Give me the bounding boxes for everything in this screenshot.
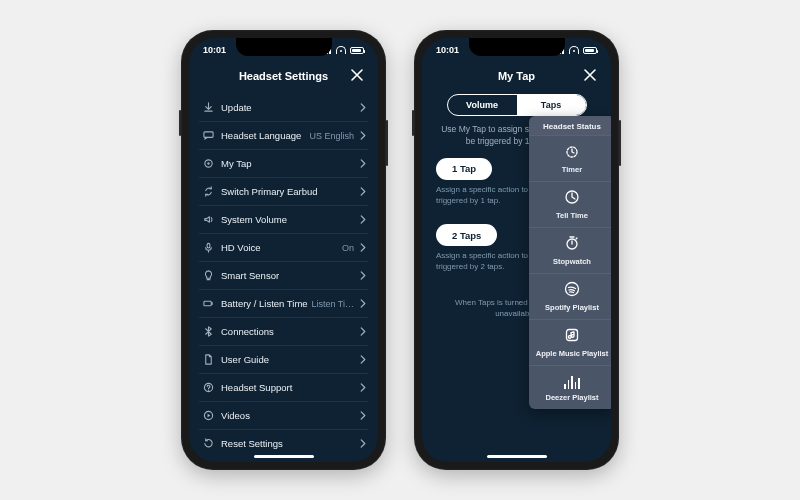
target-icon bbox=[199, 158, 217, 169]
status-time: 10:01 bbox=[436, 45, 459, 55]
deezer-icon bbox=[564, 373, 580, 389]
settings-row-hd-voice[interactable]: HD VoiceOn bbox=[199, 234, 368, 262]
svg-rect-4 bbox=[203, 301, 210, 306]
applemusic-icon bbox=[564, 327, 580, 345]
spotify-icon bbox=[564, 281, 580, 299]
notch bbox=[469, 38, 565, 56]
reset-icon bbox=[199, 438, 217, 449]
row-label: Update bbox=[217, 102, 358, 113]
svg-rect-3 bbox=[207, 243, 210, 248]
one-tap-button[interactable]: 1 Tap bbox=[436, 158, 492, 180]
two-taps-label: 2 Taps bbox=[452, 230, 481, 241]
home-indicator[interactable] bbox=[487, 455, 547, 458]
settings-row-battery-listen-time[interactable]: Battery / Listen TimeListen Ti… bbox=[199, 290, 368, 318]
chat-icon bbox=[199, 130, 217, 141]
settings-row-my-tap[interactable]: My Tap bbox=[199, 150, 368, 178]
settings-row-system-volume[interactable]: System Volume bbox=[199, 206, 368, 234]
screen-left: 10:01 Headset Settings UpdateHeadset Lan… bbox=[189, 38, 378, 462]
status-time: 10:01 bbox=[203, 45, 226, 55]
settings-list: UpdateHeadset LanguageUS EnglishMy TapSw… bbox=[189, 90, 378, 452]
bluetooth-icon bbox=[199, 326, 217, 337]
chevron-right-icon bbox=[358, 243, 368, 252]
settings-row-headset-language[interactable]: Headset LanguageUS English bbox=[199, 122, 368, 150]
clock-icon bbox=[564, 189, 580, 207]
wifi-icon bbox=[569, 46, 579, 54]
timer-icon bbox=[564, 143, 580, 161]
chevron-right-icon bbox=[358, 327, 368, 336]
row-label: Headset Support bbox=[217, 382, 358, 393]
row-label: My Tap bbox=[217, 158, 358, 169]
row-label: Videos bbox=[217, 410, 358, 421]
row-label: Reset Settings bbox=[217, 438, 358, 449]
popover-item-label: Timer bbox=[562, 165, 582, 174]
settings-row-reset-settings[interactable]: Reset Settings bbox=[199, 430, 368, 452]
one-tap-label: 1 Tap bbox=[452, 163, 476, 174]
popover-item-deezer-playlist[interactable]: Deezer Playlist bbox=[529, 365, 611, 409]
row-label: Connections bbox=[217, 326, 358, 337]
row-label: Battery / Listen Time bbox=[217, 298, 311, 309]
stopwatch-icon bbox=[564, 235, 580, 253]
row-value: US English bbox=[309, 131, 358, 141]
popover-header: Headset Status bbox=[529, 116, 611, 135]
chevron-right-icon bbox=[358, 411, 368, 420]
page-title: My Tap bbox=[498, 70, 535, 82]
settings-row-connections[interactable]: Connections bbox=[199, 318, 368, 346]
settings-row-smart-sensor[interactable]: Smart Sensor bbox=[199, 262, 368, 290]
close-icon bbox=[351, 69, 363, 81]
row-label: System Volume bbox=[217, 214, 358, 225]
popover-item-label: Apple Music Playlist bbox=[536, 349, 609, 358]
chevron-right-icon bbox=[358, 215, 368, 224]
popover-item-label: Deezer Playlist bbox=[546, 393, 599, 402]
chevron-right-icon bbox=[358, 159, 368, 168]
battery-icon bbox=[583, 47, 597, 54]
chevron-right-icon bbox=[358, 131, 368, 140]
row-value: Listen Ti… bbox=[311, 299, 358, 309]
popover-item-spotify-playlist[interactable]: Spotify Playlist bbox=[529, 273, 611, 319]
bulb-icon bbox=[199, 270, 217, 281]
svg-rect-0 bbox=[203, 132, 212, 138]
popover-item-apple-music-playlist[interactable]: Apple Music Playlist bbox=[529, 319, 611, 365]
title-bar: My Tap bbox=[422, 62, 611, 90]
settings-row-switch-primary-earbud[interactable]: Switch Primary Earbud bbox=[199, 178, 368, 206]
home-indicator[interactable] bbox=[254, 455, 314, 458]
chevron-right-icon bbox=[358, 299, 368, 308]
settings-row-update[interactable]: Update bbox=[199, 94, 368, 122]
popover-item-timer[interactable]: Timer bbox=[529, 135, 611, 181]
speaker-icon bbox=[199, 214, 217, 225]
segment-taps[interactable]: Taps bbox=[517, 95, 586, 115]
popover-item-label: Tell Time bbox=[556, 211, 588, 220]
battery-icon bbox=[350, 47, 364, 54]
svg-point-10 bbox=[566, 283, 579, 296]
segment-volume[interactable]: Volume bbox=[448, 95, 517, 115]
chevron-right-icon bbox=[358, 355, 368, 364]
chevron-right-icon bbox=[358, 383, 368, 392]
play-icon bbox=[199, 410, 217, 421]
swap-icon bbox=[199, 186, 217, 197]
two-taps-button[interactable]: 2 Taps bbox=[436, 224, 497, 246]
battery-icon bbox=[199, 298, 217, 309]
action-popover: Headset Status TimerTell TimeStopwatchSp… bbox=[529, 116, 611, 409]
row-label: Smart Sensor bbox=[217, 270, 358, 281]
svg-point-2 bbox=[207, 162, 209, 164]
phone-frame-right: 10:01 My Tap Volume Taps bbox=[414, 30, 619, 470]
mic-icon bbox=[199, 242, 217, 253]
mytap-body: Use My Tap to assign specific actions to… bbox=[422, 124, 611, 452]
chevron-right-icon bbox=[358, 271, 368, 280]
row-label: HD Voice bbox=[217, 242, 342, 253]
close-button[interactable] bbox=[348, 66, 366, 84]
row-label: Switch Primary Earbud bbox=[217, 186, 358, 197]
popover-item-label: Stopwatch bbox=[553, 257, 591, 266]
popover-item-tell-time[interactable]: Tell Time bbox=[529, 181, 611, 227]
settings-row-videos[interactable]: Videos bbox=[199, 402, 368, 430]
chevron-right-icon bbox=[358, 103, 368, 112]
popover-item-label: Spotify Playlist bbox=[545, 303, 599, 312]
settings-row-headset-support[interactable]: Headset Support bbox=[199, 374, 368, 402]
settings-row-user-guide[interactable]: User Guide bbox=[199, 346, 368, 374]
chevron-right-icon bbox=[358, 439, 368, 448]
chevron-right-icon bbox=[358, 187, 368, 196]
close-button[interactable] bbox=[581, 66, 599, 84]
wifi-icon bbox=[336, 46, 346, 54]
row-value: On bbox=[342, 243, 358, 253]
close-icon bbox=[584, 69, 596, 81]
popover-item-stopwatch[interactable]: Stopwatch bbox=[529, 227, 611, 273]
